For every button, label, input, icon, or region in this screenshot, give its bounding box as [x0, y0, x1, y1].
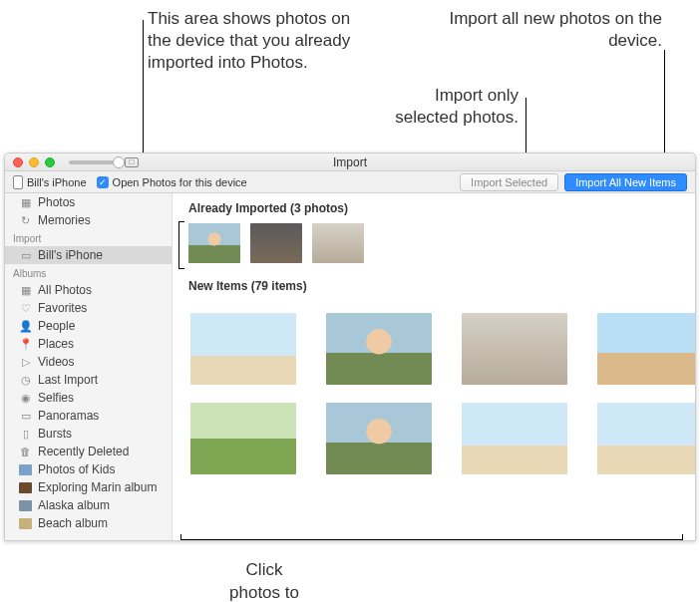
sidebar-item-bill-s-iphone[interactable]: ▭Bill's iPhone: [5, 246, 172, 264]
photos-import-window: □ Import Bill's iPhone ✓ Open Photos for…: [4, 152, 696, 541]
swatch-icon: [19, 517, 32, 530]
open-photos-label: Open Photos for this device: [113, 176, 247, 188]
new-item-thumb[interactable]: [190, 403, 296, 474]
sidebar-item-label: Selfies: [38, 391, 74, 405]
bracket-new: [180, 534, 683, 540]
new-item-thumb[interactable]: [326, 313, 432, 385]
burst-icon: ▯: [19, 428, 32, 441]
sidebar-item-label: Last Import: [38, 373, 98, 387]
photos-icon: ▦: [19, 196, 32, 209]
sidebar-item-label: Alaska album: [38, 498, 110, 512]
sidebar-item-bursts[interactable]: ▯Bursts: [5, 425, 172, 443]
sidebar-item-all-photos[interactable]: ▦All Photos: [5, 281, 172, 299]
sidebar-item-label: Bill's iPhone: [38, 248, 103, 262]
already-imported-thumb[interactable]: [312, 223, 364, 263]
callout-import-all: Import all new photos on the device.: [403, 8, 662, 52]
sidebar-item-label: Panoramas: [38, 409, 99, 423]
sidebar-item-beach-album[interactable]: Beach album: [5, 514, 172, 532]
open-photos-checkbox[interactable]: ✓: [97, 176, 109, 188]
already-imported-header: Already Imported (3 photos): [173, 193, 695, 221]
sidebar-item-photos[interactable]: ▦Photos: [5, 193, 172, 211]
swatch-icon: [19, 463, 32, 476]
pin-icon: 📍: [19, 338, 32, 351]
new-item-thumb[interactable]: [190, 313, 296, 385]
new-item-thumb[interactable]: [597, 403, 695, 474]
sidebar-item-places[interactable]: 📍Places: [5, 335, 172, 353]
callout-select-photos: Click photos to select or deselect them.: [0, 541, 299, 602]
sidebar-item-videos[interactable]: ▷Videos: [5, 353, 172, 371]
heart-icon: ♡: [19, 302, 32, 315]
video-icon: ▷: [19, 356, 32, 369]
sidebar-item-favorites[interactable]: ♡Favorites: [5, 299, 172, 317]
new-items-grid: [173, 299, 695, 474]
sidebar-item-label: Places: [38, 337, 74, 351]
sidebar-item-memories[interactable]: ↻Memories: [5, 211, 172, 229]
sidebar-item-people[interactable]: 👤People: [5, 317, 172, 335]
already-imported-row: [173, 221, 695, 271]
already-imported-thumb[interactable]: [188, 223, 240, 263]
sidebar-item-label: Recently Deleted: [38, 445, 129, 458]
sidebar-section-albums: Albums: [5, 264, 172, 281]
device-icon: [13, 175, 23, 189]
new-item-thumb[interactable]: [462, 403, 567, 474]
new-item-thumb[interactable]: [597, 313, 695, 385]
sidebar-item-label: All Photos: [38, 283, 92, 297]
sidebar-item-label: Photos: [38, 195, 75, 209]
trash-icon: 🗑: [19, 446, 32, 458]
callout-line: [664, 50, 665, 164]
annotation-layer: This area shows photos on the device tha…: [0, 0, 700, 152]
sidebar-item-panoramas[interactable]: ▭Panoramas: [5, 407, 172, 425]
callout-already-imported: This area shows photos on the device tha…: [148, 8, 357, 74]
sidebar-item-photos-of-kids[interactable]: Photos of Kids: [5, 460, 172, 478]
sidebar-item-label: Memories: [38, 213, 91, 227]
sidebar-item-selfies[interactable]: ◉Selfies: [5, 389, 172, 407]
swatch-icon: [19, 481, 32, 494]
window-titlebar: □ Import: [5, 153, 695, 171]
person-icon: 👤: [19, 320, 32, 333]
new-item-thumb[interactable]: [326, 403, 432, 474]
sidebar: ▦Photos↻Memories Import ▭Bill's iPhone A…: [5, 193, 173, 540]
import-main-area: Already Imported (3 photos) New Items (7…: [173, 193, 695, 540]
sidebar-section-import: Import: [5, 229, 172, 246]
window-title: Import: [5, 155, 695, 169]
sidebar-item-recently-deleted[interactable]: 🗑Recently Deleted: [5, 443, 172, 460]
sidebar-item-label: People: [38, 319, 75, 333]
sidebar-item-alaska-album[interactable]: Alaska album: [5, 496, 172, 514]
camera-icon: ◉: [19, 392, 32, 405]
swatch-icon: [19, 499, 32, 512]
sidebar-item-label: Exploring Marin album: [38, 480, 157, 494]
sidebar-item-exploring-marin-album[interactable]: Exploring Marin album: [5, 478, 172, 496]
pano-icon: ▭: [19, 410, 32, 423]
sidebar-item-label: Favorites: [38, 301, 87, 315]
clock-icon: ◷: [19, 374, 32, 387]
sidebar-item-label: Beach album: [38, 516, 108, 530]
sidebar-item-last-import[interactable]: ◷Last Import: [5, 371, 172, 389]
memories-icon: ↻: [19, 214, 32, 227]
sidebar-item-label: Videos: [38, 355, 74, 369]
callout-import-selected: Import only selected photos.: [369, 85, 519, 129]
import-all-button[interactable]: Import All New Items: [564, 173, 687, 191]
sidebar-item-label: Bursts: [38, 427, 72, 441]
toolbar-device-name: Bill's iPhone: [27, 176, 87, 188]
import-selected-button[interactable]: Import Selected: [460, 173, 558, 191]
import-toolbar: Bill's iPhone ✓ Open Photos for this dev…: [5, 171, 695, 193]
already-imported-thumb[interactable]: [250, 223, 302, 263]
new-item-thumb[interactable]: [462, 313, 567, 385]
bracket-already: [178, 221, 184, 269]
grid-icon: ▦: [19, 284, 32, 297]
sidebar-item-label: Photos of Kids: [38, 462, 115, 476]
new-items-header: New Items (79 items): [173, 271, 695, 299]
device-icon: ▭: [19, 249, 32, 262]
